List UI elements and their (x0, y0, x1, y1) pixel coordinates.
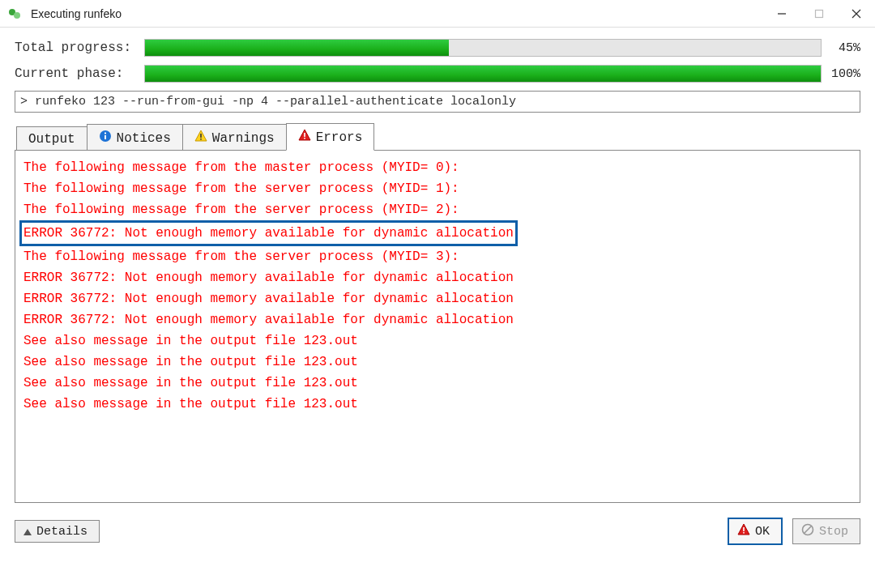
app-icon (6, 6, 23, 22)
content-area: Total progress: 45% Current phase: 100% … (0, 28, 875, 511)
error-icon (298, 129, 311, 146)
tab-output-label: Output (28, 132, 75, 147)
minimize-button[interactable] (763, 0, 800, 27)
tab-warnings[interactable]: Warnings (182, 124, 287, 151)
error-line: The following message from the server pr… (23, 178, 852, 199)
phase-progress-label: Current phase: (15, 66, 144, 81)
error-line: See also message in the output file 123.… (23, 352, 852, 373)
svg-line-19 (805, 526, 811, 533)
svg-rect-17 (743, 532, 745, 534)
error-line: See also message in the output file 123.… (23, 373, 852, 394)
svg-rect-13 (304, 133, 305, 137)
window-controls (763, 0, 875, 27)
ok-button[interactable]: OK (728, 518, 783, 545)
total-progress-percent: 45% (822, 41, 860, 55)
error-line: The following message from the master pr… (23, 157, 852, 178)
warning-icon (194, 130, 207, 147)
phase-progress-percent: 100% (822, 67, 860, 81)
svg-rect-14 (304, 138, 305, 139)
window-title: Executing runfeko (31, 7, 763, 20)
highlighted-error: ERROR 36772: Not enough memory available… (19, 220, 518, 246)
command-line: > runfeko 123 --run-from-gui -np 4 --par… (15, 91, 860, 113)
tab-errors-label: Errors (316, 130, 363, 145)
tab-output[interactable]: Output (16, 126, 88, 151)
error-line: ERROR 36772: Not enough memory available… (23, 288, 852, 309)
svg-rect-8 (105, 133, 106, 134)
total-progress-row: Total progress: 45% (15, 39, 860, 57)
error-line: See also message in the output file 123.… (23, 394, 852, 415)
errors-pane[interactable]: The following message from the master pr… (15, 150, 860, 503)
error-line: See also message in the output file 123.… (23, 330, 852, 352)
svg-rect-16 (743, 527, 745, 531)
tab-notices[interactable]: Notices (87, 124, 183, 151)
total-progress-label: Total progress: (15, 40, 144, 55)
ok-button-label: OK (755, 525, 770, 539)
error-line: ERROR 36772: Not enough memory available… (23, 220, 852, 246)
error-line: ERROR 36772: Not enough memory available… (23, 267, 852, 288)
error-icon (737, 523, 750, 540)
footer: Details OK Stop (0, 511, 875, 545)
tab-errors[interactable]: Errors (286, 123, 375, 151)
svg-rect-11 (200, 138, 202, 140)
total-progress-bar (144, 39, 822, 57)
svg-point-1 (14, 12, 20, 19)
stop-button-label: Stop (819, 525, 848, 539)
maximize-button (800, 0, 838, 27)
tab-notices-label: Notices (117, 131, 171, 146)
svg-rect-7 (105, 135, 106, 139)
stop-button: Stop (792, 518, 860, 544)
info-icon (99, 130, 112, 147)
details-button[interactable]: Details (15, 520, 100, 543)
tabs-row: Output Notices Warnings Errors (16, 122, 860, 150)
phase-progress-fill (145, 66, 821, 82)
error-line: ERROR 36772: Not enough memory available… (23, 309, 852, 330)
tab-warnings-label: Warnings (212, 131, 275, 146)
triangle-up-icon (23, 529, 32, 535)
phase-progress-row: Current phase: 100% (15, 65, 860, 83)
titlebar: Executing runfeko (0, 0, 875, 28)
svg-rect-10 (200, 134, 202, 138)
svg-rect-3 (816, 10, 823, 17)
close-button[interactable] (838, 0, 875, 27)
total-progress-fill (145, 40, 449, 56)
stop-icon (801, 523, 814, 540)
error-line: The following message from the server pr… (23, 199, 852, 220)
error-line: The following message from the server pr… (23, 246, 852, 267)
details-button-label: Details (36, 525, 88, 539)
phase-progress-bar (144, 65, 822, 83)
